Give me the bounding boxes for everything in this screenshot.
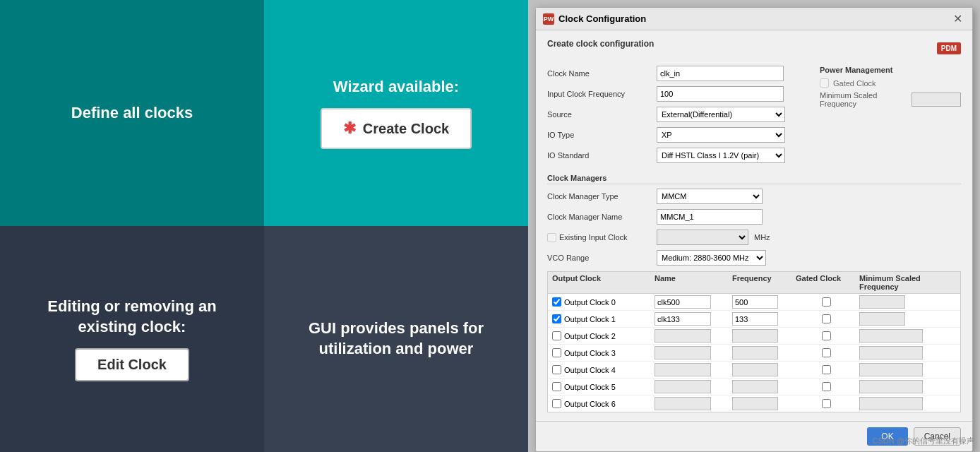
output-clock-3-label: Output Clock 3 — [552, 348, 655, 357]
clock-name-row: Clock Name — [547, 66, 808, 81]
output-clock-5-name[interactable] — [655, 380, 711, 393]
output-clock-2-name[interactable] — [655, 329, 711, 343]
output-clock-4-name[interactable] — [655, 363, 711, 376]
output-clock-0-name[interactable] — [655, 295, 711, 309]
mhz-label: MHz — [754, 233, 770, 242]
output-clock-0-msf[interactable] — [859, 295, 905, 309]
clock-managers-title: Clock Managers — [547, 174, 961, 184]
clock-manager-type-select[interactable]: MMCM — [657, 189, 763, 204]
output-clock-6-freq[interactable] — [732, 397, 778, 410]
ip-icon: ✱ — [343, 119, 356, 138]
gated-clock-row: Gated Clock — [820, 78, 961, 88]
table-row: Output Clock 5 — [548, 379, 960, 396]
watermark: CSDN @你的信号里没有噪声 — [873, 436, 974, 446]
output-clock-3-name[interactable] — [655, 346, 711, 359]
output-clock-6-checkbox[interactable] — [552, 399, 561, 408]
dialog-close-button[interactable]: ✕ — [950, 12, 965, 25]
output-clock-6-gated[interactable] — [822, 399, 831, 408]
output-clock-1-gated[interactable] — [822, 314, 831, 323]
upper-half: Clock Name Input Clock Frequency Source … — [547, 66, 961, 168]
min-scaled-freq-input[interactable] — [912, 93, 961, 107]
output-clock-0-freq[interactable] — [732, 295, 778, 309]
output-clock-4-gated[interactable] — [822, 365, 831, 374]
create-clock-button[interactable]: ✱ Create Clock — [321, 108, 472, 149]
clock-manager-type-row: Clock Manager Type MMCM — [547, 189, 961, 204]
vco-range-label: VCO Range — [547, 254, 657, 262]
output-clock-1-name[interactable] — [655, 312, 711, 326]
io-standard-select[interactable]: Diff HSTL Class I 1.2V (pair) — [657, 148, 785, 163]
power-mgmt-title: Power Management — [820, 66, 961, 74]
output-clock-1-label: Output Clock 1 — [552, 314, 655, 323]
dialog-titlebar: PW Clock Configuration ✕ — [536, 8, 972, 30]
vco-range-select[interactable]: Medium: 2880-3600 MHz — [657, 250, 766, 266]
output-clock-2-msf[interactable] — [859, 329, 923, 343]
output-clock-4-freq[interactable] — [732, 363, 778, 376]
dialog-body: Create clock configuration PDM Clock Nam… — [536, 30, 972, 421]
table-row: Output Clock 2 — [548, 328, 960, 345]
panel-wizard: Wizard available: ✱ Create Clock — [264, 0, 528, 226]
output-clock-0-gated[interactable] — [822, 297, 831, 307]
input-clock-freq-input[interactable] — [657, 86, 784, 102]
dialog-title: PW Clock Configuration — [543, 13, 646, 25]
existing-input-clock-checkbox[interactable] — [547, 233, 556, 242]
clock-manager-name-input[interactable] — [657, 209, 763, 225]
table-row: Output Clock 4 — [548, 362, 960, 379]
vco-range-row: VCO Range Medium: 2880-3600 MHz — [547, 250, 961, 266]
output-clock-3-msf[interactable] — [859, 346, 923, 359]
gui-text: GUI provides panels for utilization and … — [278, 319, 514, 359]
panel-gui: GUI provides panels for utilization and … — [264, 226, 528, 452]
table-row: Output Clock 0 — [548, 294, 960, 311]
input-clock-freq-row: Input Clock Frequency — [547, 86, 808, 102]
output-clock-0-label: Output Clock 0 — [552, 297, 655, 307]
io-type-row: IO Type XP — [547, 127, 808, 143]
table-row: Output Clock 3 — [548, 345, 960, 362]
output-clock-4-msf[interactable] — [859, 363, 923, 376]
clock-name-input[interactable] — [657, 66, 784, 81]
output-clocks-section: Output Clock Name Frequency Gated Clock … — [547, 271, 961, 412]
output-clock-2-checkbox[interactable] — [552, 331, 561, 340]
edit-clock-label: Edit Clock — [97, 357, 167, 372]
clock-manager-name-label: Clock Manager Name — [547, 213, 657, 221]
panel-edit-clock: Editing or removing an existing clock: E… — [0, 226, 264, 452]
gated-clock-checkbox[interactable] — [820, 78, 829, 88]
dialog-title-icon: PW — [543, 13, 554, 25]
output-clock-1-msf[interactable] — [859, 312, 905, 326]
output-clock-6-name[interactable] — [655, 397, 711, 410]
output-clock-2-gated[interactable] — [822, 331, 831, 340]
output-clocks-header: Output Clock Name Frequency Gated Clock … — [548, 272, 960, 294]
output-clock-5-checkbox[interactable] — [552, 382, 561, 391]
table-row: Output Clock 6 — [548, 396, 960, 412]
output-clock-3-checkbox[interactable] — [552, 348, 561, 357]
output-clock-6-label: Output Clock 6 — [552, 399, 655, 408]
source-label: Source — [547, 110, 657, 119]
output-clock-1-checkbox[interactable] — [552, 314, 561, 323]
output-clock-5-msf[interactable] — [859, 380, 923, 393]
output-clock-1-freq[interactable] — [732, 312, 778, 326]
left-form-col: Clock Name Input Clock Frequency Source … — [547, 66, 808, 168]
io-type-select[interactable]: XP — [657, 127, 785, 143]
output-clock-6-msf[interactable] — [859, 397, 923, 410]
output-clock-2-freq[interactable] — [732, 329, 778, 343]
io-standard-label: IO Standard — [547, 151, 657, 160]
output-clock-3-gated[interactable] — [822, 348, 831, 357]
header-min-scaled-freq: Minimum Scaled Frequency — [859, 274, 956, 291]
output-clock-5-freq[interactable] — [732, 380, 778, 393]
edit-clock-button[interactable]: Edit Clock — [75, 348, 189, 381]
output-clock-0-checkbox[interactable] — [552, 297, 561, 307]
output-clock-5-label: Output Clock 5 — [552, 382, 655, 391]
output-clock-2-label: Output Clock 2 — [552, 331, 655, 340]
source-select[interactable]: External(Differential) — [657, 107, 785, 122]
gated-clock-label: Gated Clock — [833, 79, 876, 88]
header-gated-clock: Gated Clock — [796, 274, 859, 291]
dialog-overlay: PW Clock Configuration ✕ Create clock co… — [528, 0, 980, 452]
output-clock-5-gated[interactable] — [822, 382, 831, 391]
existing-input-clock-select[interactable] — [657, 230, 748, 245]
output-clock-3-freq[interactable] — [732, 346, 778, 359]
input-clock-freq-label: Input Clock Frequency — [547, 90, 657, 98]
min-scaled-freq-row: Minimum Scaled Frequency — [820, 91, 961, 108]
output-clock-4-checkbox[interactable] — [552, 365, 561, 374]
clock-name-label: Clock Name — [547, 69, 657, 78]
source-row: Source External(Differential) — [547, 107, 808, 122]
create-clock-label: Create Clock — [363, 121, 449, 137]
dialog-subtitle: Create clock configuration — [547, 39, 654, 49]
